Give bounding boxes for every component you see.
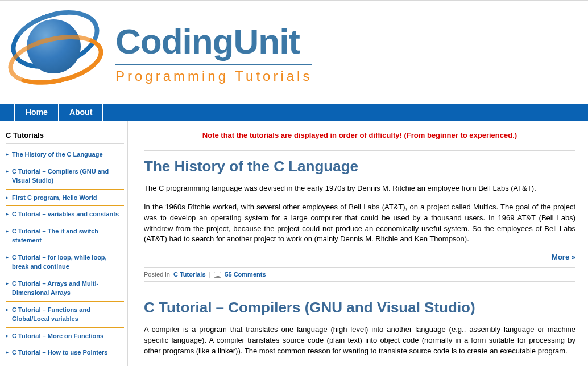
sidebar: C Tutorials ▸The History of the C Langua… [0,121,128,366]
more-link[interactable]: More » [552,253,575,261]
sidebar-item: ▸C Tutorial – More on Functions [6,328,124,345]
sidebar-item: ▸C Tutorial – Compilers (GNU and Visual … [6,163,124,190]
site-logo[interactable] [9,7,105,98]
sidebar-item: ▸C Tutorial – Arrays and Multi-Dimension… [6,275,124,302]
sidebar-link[interactable]: C Tutorial – Compilers (GNU and Visual S… [12,167,124,186]
sidebar-title: C Tutorials [6,131,124,144]
sidebar-item: ▸C Tutorial – More on Pointers [6,361,124,367]
sidebar-item: ▸C Tutorial – for loop, while loop, brea… [6,249,124,275]
post-paragraph: A compiler is a program that translates … [144,324,575,357]
sidebar-link[interactable]: C Tutorial – Functions and Global/Local … [12,305,124,324]
sidebar-item: ▸First C program, Hello World [6,190,124,207]
post-meta: Posted in C Tutorials | 55 Comments [144,267,575,282]
main-content: Note that the tutorials are displayed in… [128,121,588,366]
sidebar-link[interactable]: C Tutorial – for loop, while loop, break… [12,253,124,272]
brand-tagline: Programming Tutorials [115,68,312,84]
difficulty-notice: Note that the tutorials are displayed in… [144,131,575,139]
sidebar-item: ▸C Tutorial – The if and switch statemen… [6,223,124,249]
main-nav: Home About [0,104,588,121]
sidebar-item: ▸C Tutorial – Functions and Global/Local… [6,302,124,328]
sidebar-link[interactable]: C Tutorial – The if and switch statement [12,227,124,245]
comments-link[interactable]: 55 Comments [225,271,266,278]
chevron-right-icon: ▸ [6,254,9,260]
sidebar-link[interactable]: C Tutorial – variables and constants [12,209,119,219]
chevron-right-icon: ▸ [6,151,9,157]
post-title[interactable]: The History of the C Language [144,158,575,175]
sidebar-link[interactable]: C Tutorial – More on Functions [12,331,103,341]
nav-home[interactable]: Home [14,104,59,121]
sidebar-link[interactable]: C Tutorial – How to use Pointers [12,348,107,357]
chevron-right-icon: ▸ [6,332,9,339]
post: C Tutorial – Compilers (GNU and Visual S… [144,292,575,366]
meta-divider: | [209,271,211,278]
brand-name[interactable]: CodingUnit [115,21,312,61]
sidebar-link[interactable]: First C program, Hello World [12,193,97,203]
sidebar-item: ▸C Tutorial – How to use Pointers [6,344,124,361]
chevron-right-icon: ▸ [6,280,9,286]
chevron-right-icon: ▸ [6,194,9,200]
chevron-right-icon: ▸ [6,306,9,312]
sidebar-item: ▸C Tutorial – variables and constants [6,206,124,223]
comment-icon [214,272,221,278]
post-paragraph: The C programming language was devised i… [144,183,575,194]
nav-about[interactable]: About [58,104,103,121]
sidebar-item: ▸The History of the C Language [6,146,124,163]
category-link[interactable]: C Tutorials [173,271,206,278]
sidebar-link[interactable]: The History of the C Language [12,150,103,159]
chevron-right-icon: ▸ [6,228,9,234]
post-paragraph: In the 1960s Ritchie worked, with severa… [144,202,575,245]
post: The History of the C Language The C prog… [144,150,575,282]
posted-in-label: Posted in [144,271,170,278]
chevron-right-icon: ▸ [6,211,9,217]
site-header: CodingUnit Programming Tutorials [0,1,588,104]
chevron-right-icon: ▸ [6,349,9,355]
sidebar-link[interactable]: C Tutorial – Arrays and Multi-Dimensiona… [12,279,124,298]
post-title[interactable]: C Tutorial – Compilers (GNU and Visual S… [144,299,575,316]
chevron-right-icon: ▸ [6,168,9,174]
